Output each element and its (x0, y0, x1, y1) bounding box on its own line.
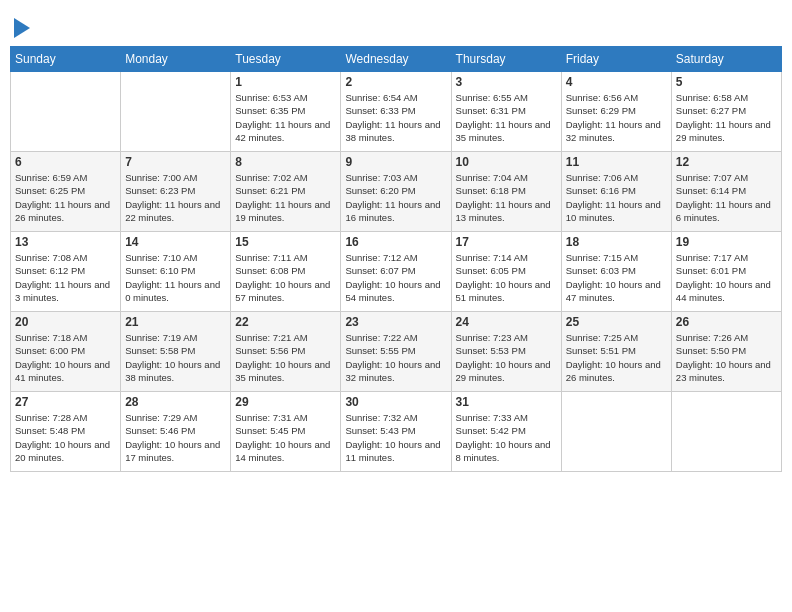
day-info: Sunrise: 7:14 AM Sunset: 6:05 PM Dayligh… (456, 251, 557, 304)
day-number: 8 (235, 155, 336, 169)
calendar-cell: 21Sunrise: 7:19 AM Sunset: 5:58 PM Dayli… (121, 312, 231, 392)
calendar-cell: 26Sunrise: 7:26 AM Sunset: 5:50 PM Dayli… (671, 312, 781, 392)
calendar-week-row: 20Sunrise: 7:18 AM Sunset: 6:00 PM Dayli… (11, 312, 782, 392)
header-friday: Friday (561, 47, 671, 72)
day-number: 24 (456, 315, 557, 329)
calendar-cell: 15Sunrise: 7:11 AM Sunset: 6:08 PM Dayli… (231, 232, 341, 312)
calendar-week-row: 27Sunrise: 7:28 AM Sunset: 5:48 PM Dayli… (11, 392, 782, 472)
day-number: 29 (235, 395, 336, 409)
day-number: 1 (235, 75, 336, 89)
svg-marker-0 (14, 18, 30, 38)
logo-icon (12, 14, 32, 42)
calendar-cell: 9Sunrise: 7:03 AM Sunset: 6:20 PM Daylig… (341, 152, 451, 232)
day-number: 11 (566, 155, 667, 169)
calendar-cell: 6Sunrise: 6:59 AM Sunset: 6:25 PM Daylig… (11, 152, 121, 232)
day-info: Sunrise: 7:31 AM Sunset: 5:45 PM Dayligh… (235, 411, 336, 464)
day-info: Sunrise: 7:12 AM Sunset: 6:07 PM Dayligh… (345, 251, 446, 304)
calendar-cell: 20Sunrise: 7:18 AM Sunset: 6:00 PM Dayli… (11, 312, 121, 392)
day-info: Sunrise: 7:04 AM Sunset: 6:18 PM Dayligh… (456, 171, 557, 224)
day-info: Sunrise: 7:21 AM Sunset: 5:56 PM Dayligh… (235, 331, 336, 384)
calendar-cell: 16Sunrise: 7:12 AM Sunset: 6:07 PM Dayli… (341, 232, 451, 312)
calendar-week-row: 1Sunrise: 6:53 AM Sunset: 6:35 PM Daylig… (11, 72, 782, 152)
day-number: 17 (456, 235, 557, 249)
day-info: Sunrise: 7:18 AM Sunset: 6:00 PM Dayligh… (15, 331, 116, 384)
calendar-cell: 5Sunrise: 6:58 AM Sunset: 6:27 PM Daylig… (671, 72, 781, 152)
day-number: 30 (345, 395, 446, 409)
day-info: Sunrise: 7:23 AM Sunset: 5:53 PM Dayligh… (456, 331, 557, 384)
calendar-cell: 13Sunrise: 7:08 AM Sunset: 6:12 PM Dayli… (11, 232, 121, 312)
day-number: 2 (345, 75, 446, 89)
day-number: 20 (15, 315, 116, 329)
day-info: Sunrise: 7:10 AM Sunset: 6:10 PM Dayligh… (125, 251, 226, 304)
day-info: Sunrise: 7:02 AM Sunset: 6:21 PM Dayligh… (235, 171, 336, 224)
day-info: Sunrise: 7:03 AM Sunset: 6:20 PM Dayligh… (345, 171, 446, 224)
header-monday: Monday (121, 47, 231, 72)
day-info: Sunrise: 7:06 AM Sunset: 6:16 PM Dayligh… (566, 171, 667, 224)
calendar-cell: 12Sunrise: 7:07 AM Sunset: 6:14 PM Dayli… (671, 152, 781, 232)
day-info: Sunrise: 7:00 AM Sunset: 6:23 PM Dayligh… (125, 171, 226, 224)
calendar-cell: 2Sunrise: 6:54 AM Sunset: 6:33 PM Daylig… (341, 72, 451, 152)
day-number: 15 (235, 235, 336, 249)
day-number: 19 (676, 235, 777, 249)
day-info: Sunrise: 6:56 AM Sunset: 6:29 PM Dayligh… (566, 91, 667, 144)
page-header (10, 10, 782, 42)
calendar-cell: 19Sunrise: 7:17 AM Sunset: 6:01 PM Dayli… (671, 232, 781, 312)
day-number: 28 (125, 395, 226, 409)
day-info: Sunrise: 7:15 AM Sunset: 6:03 PM Dayligh… (566, 251, 667, 304)
day-number: 10 (456, 155, 557, 169)
day-info: Sunrise: 6:59 AM Sunset: 6:25 PM Dayligh… (15, 171, 116, 224)
day-info: Sunrise: 6:55 AM Sunset: 6:31 PM Dayligh… (456, 91, 557, 144)
day-info: Sunrise: 7:32 AM Sunset: 5:43 PM Dayligh… (345, 411, 446, 464)
day-info: Sunrise: 7:19 AM Sunset: 5:58 PM Dayligh… (125, 331, 226, 384)
calendar-week-row: 6Sunrise: 6:59 AM Sunset: 6:25 PM Daylig… (11, 152, 782, 232)
day-number: 23 (345, 315, 446, 329)
day-number: 9 (345, 155, 446, 169)
calendar-cell: 17Sunrise: 7:14 AM Sunset: 6:05 PM Dayli… (451, 232, 561, 312)
day-number: 4 (566, 75, 667, 89)
calendar-cell: 24Sunrise: 7:23 AM Sunset: 5:53 PM Dayli… (451, 312, 561, 392)
calendar-cell (11, 72, 121, 152)
calendar-cell: 18Sunrise: 7:15 AM Sunset: 6:03 PM Dayli… (561, 232, 671, 312)
header-thursday: Thursday (451, 47, 561, 72)
day-number: 3 (456, 75, 557, 89)
day-number: 27 (15, 395, 116, 409)
calendar-table: SundayMondayTuesdayWednesdayThursdayFrid… (10, 46, 782, 472)
day-info: Sunrise: 7:28 AM Sunset: 5:48 PM Dayligh… (15, 411, 116, 464)
day-info: Sunrise: 6:58 AM Sunset: 6:27 PM Dayligh… (676, 91, 777, 144)
day-number: 31 (456, 395, 557, 409)
calendar-cell: 1Sunrise: 6:53 AM Sunset: 6:35 PM Daylig… (231, 72, 341, 152)
calendar-cell: 8Sunrise: 7:02 AM Sunset: 6:21 PM Daylig… (231, 152, 341, 232)
day-number: 13 (15, 235, 116, 249)
day-info: Sunrise: 7:11 AM Sunset: 6:08 PM Dayligh… (235, 251, 336, 304)
calendar-week-row: 13Sunrise: 7:08 AM Sunset: 6:12 PM Dayli… (11, 232, 782, 312)
day-info: Sunrise: 7:22 AM Sunset: 5:55 PM Dayligh… (345, 331, 446, 384)
calendar-cell: 3Sunrise: 6:55 AM Sunset: 6:31 PM Daylig… (451, 72, 561, 152)
day-number: 26 (676, 315, 777, 329)
calendar-cell: 23Sunrise: 7:22 AM Sunset: 5:55 PM Dayli… (341, 312, 451, 392)
calendar-header-row: SundayMondayTuesdayWednesdayThursdayFrid… (11, 47, 782, 72)
header-tuesday: Tuesday (231, 47, 341, 72)
calendar-cell: 31Sunrise: 7:33 AM Sunset: 5:42 PM Dayli… (451, 392, 561, 472)
calendar-cell: 10Sunrise: 7:04 AM Sunset: 6:18 PM Dayli… (451, 152, 561, 232)
header-sunday: Sunday (11, 47, 121, 72)
day-number: 6 (15, 155, 116, 169)
day-number: 22 (235, 315, 336, 329)
header-saturday: Saturday (671, 47, 781, 72)
day-info: Sunrise: 7:26 AM Sunset: 5:50 PM Dayligh… (676, 331, 777, 384)
day-info: Sunrise: 6:54 AM Sunset: 6:33 PM Dayligh… (345, 91, 446, 144)
day-info: Sunrise: 7:07 AM Sunset: 6:14 PM Dayligh… (676, 171, 777, 224)
day-number: 5 (676, 75, 777, 89)
calendar-cell (671, 392, 781, 472)
day-number: 18 (566, 235, 667, 249)
calendar-cell: 27Sunrise: 7:28 AM Sunset: 5:48 PM Dayli… (11, 392, 121, 472)
day-info: Sunrise: 7:25 AM Sunset: 5:51 PM Dayligh… (566, 331, 667, 384)
day-number: 25 (566, 315, 667, 329)
calendar-cell: 7Sunrise: 7:00 AM Sunset: 6:23 PM Daylig… (121, 152, 231, 232)
calendar-cell: 22Sunrise: 7:21 AM Sunset: 5:56 PM Dayli… (231, 312, 341, 392)
day-number: 14 (125, 235, 226, 249)
calendar-cell: 25Sunrise: 7:25 AM Sunset: 5:51 PM Dayli… (561, 312, 671, 392)
header-wednesday: Wednesday (341, 47, 451, 72)
day-number: 21 (125, 315, 226, 329)
day-number: 16 (345, 235, 446, 249)
day-info: Sunrise: 7:29 AM Sunset: 5:46 PM Dayligh… (125, 411, 226, 464)
